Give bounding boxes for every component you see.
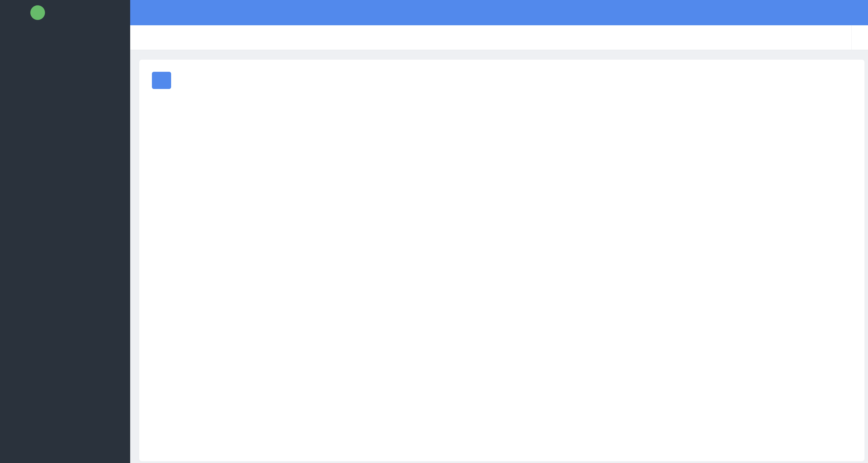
- app-window: [0, 0, 868, 463]
- tabs: [130, 25, 851, 50]
- tabs-dropdown-icon[interactable]: [851, 25, 868, 50]
- content-area: [130, 50, 868, 463]
- content-card: [139, 60, 864, 461]
- tabbar: [130, 25, 868, 50]
- add-button[interactable]: [152, 72, 171, 89]
- topbar: [130, 0, 868, 25]
- sidebar: [0, 0, 130, 463]
- app-logo[interactable]: [0, 0, 130, 25]
- sidebar-menu: [0, 25, 130, 463]
- mountain-icon: [30, 5, 45, 20]
